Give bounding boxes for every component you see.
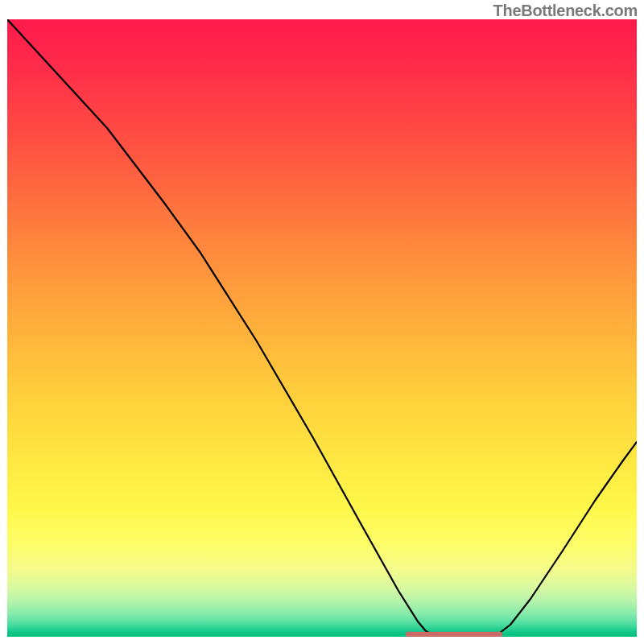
- plot-area: [7, 19, 637, 637]
- bottleneck-curve: [7, 19, 637, 634]
- curve-svg: [7, 19, 637, 637]
- chart-canvas: TheBottleneck.com: [0, 0, 644, 644]
- watermark-text: TheBottleneck.com: [493, 2, 638, 20]
